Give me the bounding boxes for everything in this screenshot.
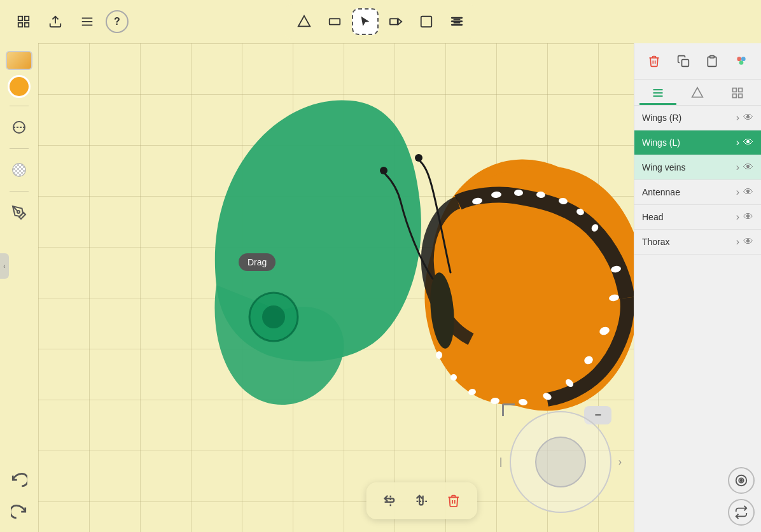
layer-item[interactable]: Head › 👁 [634,205,761,230]
joystick-left-handle: | [499,456,502,468]
svg-marker-8 [298,16,310,27]
joystick-area: − | › [497,398,624,526]
sidebar-collapse-button[interactable]: ‹ [0,253,9,279]
right-panel: Wings (R) › 👁 Wings (L) › 👁 Wing veins ›… [634,43,761,532]
top-toolbar: ? [0,0,761,43]
joystick-right-arrow: › [618,456,622,468]
layer-name: Antennae [642,187,736,197]
sidebar-divider-3 [10,191,29,192]
help-icon: ? [114,16,120,27]
svg-point-44 [450,374,457,381]
svg-point-26 [17,211,20,213]
rectangle-tool-button[interactable] [321,8,348,35]
layer-item[interactable]: Wings (L) › 👁 [634,130,761,155]
layer-item[interactable]: Wing veins › 👁 [634,155,761,180]
action-icons [728,467,755,526]
more-tool-button[interactable] [443,8,470,35]
layer-visibility-icon[interactable]: 👁 [743,137,753,148]
colors-panel-button[interactable] [730,50,753,73]
paste-panel-button[interactable] [701,50,723,73]
svg-point-57 [739,60,744,65]
svg-marker-11 [398,18,402,24]
layer-arrow-icon: › [736,186,739,198]
checker-tool-button[interactable] [6,157,32,183]
svg-rect-61 [732,88,736,92]
layer-visibility-icon[interactable]: 👁 [743,162,753,173]
frame-tool-button[interactable] [413,8,440,35]
svg-rect-53 [681,60,688,67]
flip-horizontal-button[interactable] [377,487,403,514]
triangle-tool-button[interactable] [291,8,318,35]
sidebar-divider-2 [10,148,29,149]
layer-visibility-icon[interactable]: 👁 [743,112,753,123]
layer-name: Wings (R) [642,113,736,123]
svg-point-50 [262,305,285,328]
layer-actions: › 👁 [736,186,753,198]
duplicate-panel-button[interactable] [672,50,695,73]
upload-button[interactable] [42,8,69,35]
layer-name: Wing veins [642,162,736,172]
svg-rect-63 [732,94,736,97]
svg-point-47 [380,167,387,174]
layer-visibility-icon[interactable]: 👁 [743,186,753,198]
svg-point-55 [737,57,741,61]
svg-rect-17 [454,22,461,24]
left-sidebar [0,43,38,532]
svg-rect-13 [451,17,463,19]
grid-button[interactable] [10,8,37,35]
layer-arrow-icon: › [736,137,739,148]
svg-rect-15 [451,24,463,26]
svg-rect-9 [330,18,340,24]
shapes-tab[interactable] [679,82,716,105]
top-toolbar-left: ? [10,8,129,35]
svg-rect-0 [18,17,22,20]
export-button[interactable] [728,499,755,526]
svg-rect-54 [710,56,715,58]
circle-tool-button[interactable] [6,114,32,141]
top-toolbar-center [284,4,477,39]
layer-name: Thorax [642,237,736,247]
layer-item[interactable]: Wings (R) › 👁 [634,106,761,130]
bottom-toolbar [367,482,477,519]
collapse-icon: ‹ [3,263,5,270]
svg-point-21 [13,164,25,176]
layer-item[interactable]: Antennae › 👁 [634,180,761,205]
camera-button[interactable] [728,467,755,494]
joystick-knob[interactable] [535,437,586,487]
delete-bottom-button[interactable] [440,487,467,514]
pointer-tool-button[interactable] [352,8,379,35]
layer-arrow-icon: › [736,112,739,123]
help-button[interactable]: ? [106,10,129,33]
layer-visibility-icon[interactable]: 👁 [743,211,753,223]
pen-tool-button[interactable] [6,199,32,226]
svg-point-48 [415,154,422,162]
panel-tabs [634,80,761,106]
layer-visibility-icon[interactable]: 👁 [743,236,753,248]
layer-item[interactable]: Thorax › 👁 [634,230,761,255]
svg-point-67 [741,480,743,482]
layer-actions: › 👁 [736,112,753,123]
video-tool-button[interactable] [382,8,409,35]
layer-arrow-icon: › [736,211,739,223]
menu-button[interactable] [74,8,101,35]
svg-rect-62 [738,88,742,92]
svg-point-45 [436,351,442,359]
svg-rect-16 [454,18,461,20]
svg-rect-10 [390,18,398,24]
redo-button[interactable] [6,498,32,524]
delete-panel-button[interactable] [643,50,666,73]
joystick-outer[interactable] [510,411,611,513]
grid-tab[interactable] [719,82,756,105]
svg-rect-2 [18,23,22,27]
svg-point-30 [514,190,523,196]
layer-arrow-icon: › [736,162,739,173]
panel-toolbar [634,43,761,80]
undo-button[interactable] [6,466,32,493]
minus-icon: − [594,409,601,421]
layer-thumbnail[interactable] [6,51,32,70]
layer-name: Head [642,212,736,222]
layers-tab[interactable] [639,82,676,105]
fill-color-circle[interactable] [8,75,31,98]
flip-vertical-button[interactable] [408,487,435,514]
corner-bracket-icon [502,403,515,416]
